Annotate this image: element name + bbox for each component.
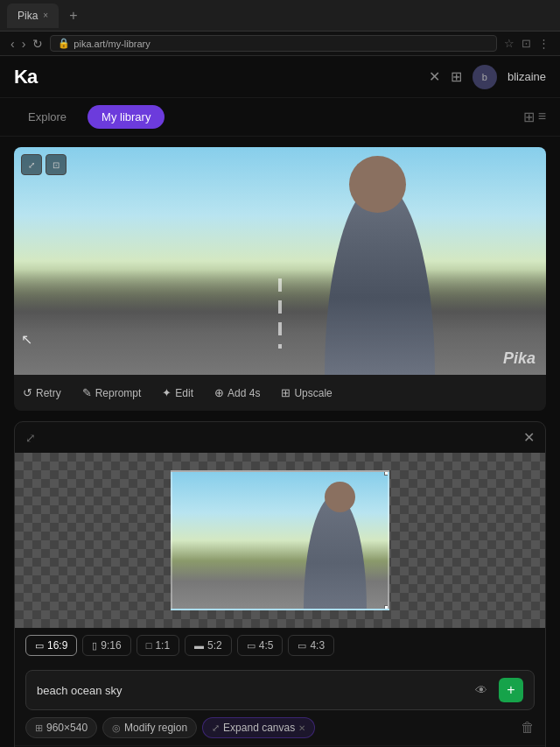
retry-label: Retry — [36, 387, 61, 399]
main-content: ⤢ ⊡ ↖ Pika ↺ Retry ✎ Reprompt ✦ Edit ⊕ A… — [0, 137, 560, 747]
resize-handle-tr[interactable] — [384, 470, 389, 476]
browser-bar: Pika × + — [0, 0, 560, 32]
edit-icon: ✦ — [162, 386, 172, 399]
canvas-person-head — [325, 482, 355, 512]
canvas-panel-header: ⤢ ✕ — [15, 422, 545, 453]
url-text: pika.art/my-library — [74, 39, 150, 49]
resize-handle-br[interactable] — [384, 605, 389, 610]
address-bar: ‹ › ↻ 🔒 pika.art/my-library ☆ ⊡ ⋮ — [0, 32, 560, 56]
tag-expand-canvas-remove[interactable]: ✕ — [298, 723, 305, 733]
expand-btn[interactable]: ⤢ — [21, 154, 42, 175]
add-icon: + — [507, 682, 514, 698]
avatar-initial: b — [482, 72, 487, 82]
copy-btn[interactable]: ⊡ — [46, 154, 66, 175]
grid-icon[interactable]: ⊞ — [523, 109, 535, 125]
canvas-expand-icon[interactable]: ⤢ — [25, 431, 36, 445]
cursor-icon: ↖ — [21, 331, 32, 348]
road-lines — [278, 278, 282, 349]
view-toggle[interactable]: ⊞ ≡ — [523, 109, 546, 125]
reprompt-btn[interactable]: ✎ Reprompt — [74, 382, 150, 404]
prompt-input-row[interactable]: beach ocean sky 👁 + — [25, 670, 535, 710]
canvas-close-btn[interactable]: ✕ — [523, 429, 535, 446]
eye-icon: 👁 — [475, 683, 487, 697]
canvas-area[interactable] — [15, 453, 545, 628]
expand-canvas-icon: ⤢ — [212, 722, 220, 734]
eye-icon-btn[interactable]: 👁 — [469, 678, 494, 702]
upscale-icon: ⊞ — [281, 386, 290, 399]
tab-add-icon[interactable]: + — [66, 8, 80, 24]
avatar[interactable]: b — [472, 65, 497, 89]
header-right: ✕ ⊞ b blizaine — [429, 65, 546, 89]
ratio-16-9-icon: ▭ — [35, 640, 44, 652]
app-logo: Ka — [14, 66, 37, 88]
prompt-actions: 👁 + — [469, 678, 523, 702]
tag-resolution-label: 960×540 — [46, 722, 88, 734]
tab-title: Pika — [18, 10, 38, 22]
reprompt-icon: ✎ — [82, 386, 92, 399]
tab-explore[interactable]: Explore — [14, 105, 80, 129]
ratio-1-1-icon: □ — [146, 640, 152, 651]
tab-my-library[interactable]: My library — [88, 105, 164, 129]
retry-btn[interactable]: ↺ Retry — [14, 382, 70, 404]
forward-btn[interactable]: › — [22, 37, 26, 51]
username: blizaine — [508, 70, 546, 83]
app-header: Ka ✕ ⊞ b blizaine — [0, 56, 560, 98]
retry-icon: ↺ — [23, 386, 32, 399]
add-prompt-btn[interactable]: + — [499, 678, 523, 702]
canvas-panel: ⤢ ✕ ▭ 16:9 ▯ 9:16 □ 1:1 — [14, 421, 546, 747]
tab-icon[interactable]: ⊡ — [522, 37, 531, 50]
reprompt-label: Reprompt — [95, 387, 142, 399]
pika-watermark: Pika — [503, 349, 536, 368]
action-bar: ↺ Retry ✎ Reprompt ✦ Edit ⊕ Add 4s ⊞ Ups… — [14, 375, 546, 411]
prompt-text: beach ocean sky — [37, 684, 469, 697]
tab-close-icon[interactable]: × — [43, 11, 48, 20]
discord-icon[interactable]: ⊞ — [451, 68, 462, 85]
ratio-1-1-label: 1:1 — [155, 639, 170, 652]
ratio-5-2[interactable]: ▬ 5:2 — [185, 635, 232, 656]
add4s-icon: ⊕ — [214, 386, 224, 399]
tag-expand-canvas[interactable]: ⤢ Expand canvas ✕ — [202, 717, 315, 738]
video-thumbnail: ⤢ ⊡ ↖ Pika — [14, 147, 546, 375]
ratio-16-9[interactable]: ▭ 16:9 — [25, 635, 77, 656]
ratio-4-5-icon: ▭ — [247, 640, 256, 652]
canvas-person-body — [300, 495, 370, 609]
ratio-4-3-icon: ▭ — [298, 640, 306, 652]
canvas-inner-image — [171, 470, 389, 610]
ratio-16-9-label: 16:9 — [47, 639, 67, 652]
upscale-btn[interactable]: ⊞ Upscale — [272, 382, 340, 404]
add4s-btn[interactable]: ⊕ Add 4s — [206, 382, 269, 404]
tag-pills-row: ⊞ 960×540 ◎ Modify region ⤢ Expand canva… — [25, 717, 535, 738]
ratio-4-3[interactable]: ▭ 4:3 — [288, 635, 334, 656]
nav-tabs: Explore My library ⊞ ≡ — [0, 98, 560, 137]
tag-resolution[interactable]: ⊞ 960×540 — [25, 717, 97, 738]
upscale-label: Upscale — [294, 387, 332, 399]
scene-background — [14, 147, 546, 375]
ratio-9-16[interactable]: ▯ 9:16 — [82, 635, 130, 656]
video-card: ⤢ ⊡ ↖ Pika ↺ Retry ✎ Reprompt ✦ Edit ⊕ A… — [14, 147, 546, 411]
add4s-label: Add 4s — [228, 387, 260, 399]
close-header-icon[interactable]: ✕ — [429, 68, 440, 85]
url-box[interactable]: 🔒 pika.art/my-library — [50, 35, 497, 52]
person-head — [349, 156, 406, 213]
ratio-9-16-label: 9:16 — [101, 639, 121, 652]
lock-icon: 🔒 — [58, 38, 70, 49]
tag-modify-region[interactable]: ◎ Modify region — [102, 717, 197, 738]
ratio-5-2-label: 5:2 — [207, 639, 222, 652]
refresh-btn[interactable]: ↻ — [32, 37, 43, 51]
ratio-9-16-icon: ▯ — [92, 640, 97, 652]
ratio-4-3-label: 4:3 — [310, 639, 325, 652]
ratio-1-1[interactable]: □ 1:1 — [136, 635, 179, 656]
menu-icon[interactable]: ⋮ — [538, 37, 550, 50]
list-icon[interactable]: ≡ — [538, 109, 546, 125]
tag-modify-region-label: Modify region — [124, 722, 187, 734]
back-btn[interactable]: ‹ — [10, 37, 15, 51]
resolution-icon: ⊞ — [35, 722, 43, 734]
ratio-4-5[interactable]: ▭ 4:5 — [237, 635, 284, 656]
ratio-4-5-label: 4:5 — [259, 639, 274, 652]
browser-tab[interactable]: Pika × — [7, 4, 59, 28]
trash-icon[interactable]: 🗑 — [521, 720, 535, 736]
bookmark-icon[interactable]: ☆ — [504, 37, 514, 50]
prompt-section: beach ocean sky 👁 + ⊞ 960×540 ◎ — [15, 663, 545, 745]
tag-expand-canvas-label: Expand canvas — [223, 722, 295, 734]
edit-btn[interactable]: ✦ Edit — [153, 382, 202, 404]
